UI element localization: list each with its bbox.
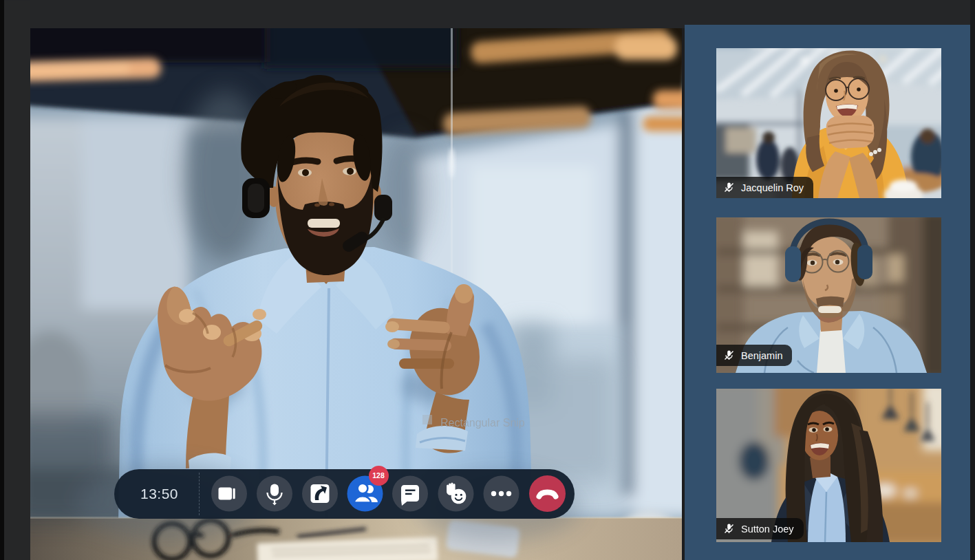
svg-text:Rectangular Snip: Rectangular Snip: [440, 417, 525, 429]
